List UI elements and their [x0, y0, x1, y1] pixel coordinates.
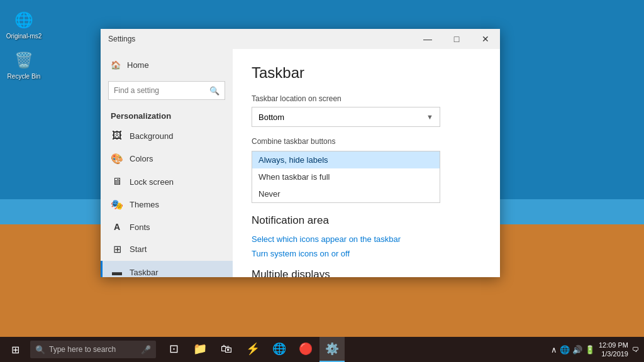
taskbar-search-text: Type here to search: [49, 345, 116, 354]
multiple-displays-heading: Multiple displays: [252, 268, 481, 277]
content-area: Taskbar Taskbar location on screen Botto…: [233, 49, 500, 277]
combine-option-never[interactable]: Never: [252, 185, 440, 202]
microphone-icon: 🎤: [141, 345, 151, 354]
network-icon[interactable]: 🌐: [560, 345, 570, 354]
combine-option-always[interactable]: Always, hide labels: [252, 151, 440, 168]
page-title: Taskbar: [252, 64, 481, 82]
home-label: Home: [127, 60, 149, 70]
location-label: Taskbar location on screen: [252, 94, 481, 103]
sidebar: 🏠 Home 🔍 Personalization 🖼 Background 🎨 …: [101, 49, 233, 277]
desktop-icon-original[interactable]: 🌐 Original-ms2: [5, 9, 43, 40]
file-explorer-button[interactable]: 📁: [187, 337, 213, 362]
sidebar-item-themes[interactable]: 🎭 Themes: [101, 193, 233, 216]
combine-label: Combine taskbar buttons: [252, 137, 481, 146]
action-center-icon[interactable]: 🗨: [632, 346, 639, 353]
sidebar-item-start-label: Start: [130, 244, 147, 254]
themes-icon: 🎭: [111, 199, 123, 211]
window-titlebar: Settings — □ ✕: [101, 29, 500, 49]
multiple-displays-section: Multiple displays Show taskbar on all di…: [252, 268, 481, 277]
settings-app-button[interactable]: ⚙️: [319, 337, 345, 362]
recycle-bin-label: Recycle Bin: [8, 73, 41, 80]
start-button[interactable]: ⊞: [0, 337, 30, 362]
close-button[interactable]: ✕: [471, 29, 500, 49]
sidebar-item-taskbar[interactable]: ▬ Taskbar: [101, 261, 233, 277]
battery-icon[interactable]: 🔋: [585, 345, 595, 354]
app2-button[interactable]: 🔴: [293, 337, 318, 362]
maximize-button[interactable]: □: [442, 29, 471, 49]
settings-window: Settings — □ ✕ 🏠 Home 🔍 Personalization …: [101, 29, 500, 277]
sidebar-item-fonts-label: Fonts: [130, 222, 150, 232]
taskview-button[interactable]: ⊡: [161, 337, 186, 362]
search-box[interactable]: 🔍: [108, 81, 225, 100]
sidebar-item-colors[interactable]: 🎨 Colors: [101, 147, 233, 170]
sidebar-item-lockscreen-label: Lock screen: [130, 177, 174, 187]
clock-time: 12:09 PM: [599, 341, 628, 349]
notification-heading: Notification area: [252, 214, 481, 227]
start-icon: ⊞: [111, 243, 123, 255]
link-taskbar-icons[interactable]: Select which icons appear on the taskbar: [252, 234, 481, 244]
search-input[interactable]: [114, 86, 209, 95]
chevron-down-icon: ▼: [426, 113, 433, 121]
combine-list: Always, hide labels When taskbar is full…: [252, 151, 440, 203]
system-tray-icons: ∧ 🌐 🔊 🔋: [551, 345, 595, 354]
sidebar-item-lockscreen[interactable]: 🖥 Lock screen: [101, 170, 233, 193]
sidebar-home[interactable]: 🏠 Home: [101, 54, 233, 76]
desktop-icon-label: Original-ms2: [6, 33, 42, 40]
minimize-button[interactable]: —: [413, 29, 442, 49]
colors-icon: 🎨: [111, 153, 123, 165]
browser-button[interactable]: 🌐: [267, 337, 292, 362]
taskbar-icon: ▬: [111, 266, 123, 277]
original-icon: 🌐: [13, 9, 35, 31]
chevron-up-icon[interactable]: ∧: [551, 345, 557, 354]
sidebar-section-label: Personalization: [101, 105, 233, 124]
link-system-icons[interactable]: Turn system icons on or off: [252, 249, 481, 258]
sidebar-item-start[interactable]: ⊞ Start: [101, 238, 233, 261]
recycle-bin-icon: 🗑️: [13, 49, 35, 72]
taskbar-search-icon: 🔍: [35, 345, 45, 354]
window-controls: — □ ✕: [413, 29, 500, 49]
sidebar-item-fonts[interactable]: A Fonts: [101, 216, 233, 238]
taskbar-right: ∧ 🌐 🔊 🔋 12:09 PM 1/3/2019 🗨: [551, 341, 644, 359]
store-button[interactable]: 🛍: [214, 337, 239, 362]
volume-icon[interactable]: 🔊: [572, 345, 582, 354]
location-dropdown[interactable]: Bottom ▼: [252, 107, 440, 127]
fonts-icon: A: [111, 222, 123, 232]
desktop-icon-recycle[interactable]: 🗑️ Recycle Bin: [5, 49, 43, 80]
sidebar-item-themes-label: Themes: [130, 200, 159, 209]
sidebar-item-colors-label: Colors: [130, 154, 153, 163]
location-dropdown-value: Bottom: [258, 112, 284, 122]
sidebar-item-background-label: Background: [130, 131, 173, 141]
window-body: 🏠 Home 🔍 Personalization 🖼 Background 🎨 …: [101, 49, 500, 277]
taskbar-search[interactable]: 🔍 Type here to search 🎤: [30, 341, 156, 358]
lockscreen-icon: 🖥: [111, 176, 123, 187]
combine-option-when-full[interactable]: When taskbar is full: [252, 168, 440, 185]
system-clock[interactable]: 12:09 PM 1/3/2019: [599, 341, 628, 359]
app1-button[interactable]: ⚡: [240, 337, 265, 362]
home-icon: 🏠: [111, 60, 121, 70]
background-icon: 🖼: [111, 130, 123, 141]
sidebar-item-taskbar-label: Taskbar: [130, 268, 158, 277]
taskbar: ⊞ 🔍 Type here to search 🎤 ⊡ 📁 🛍 ⚡ 🌐 🔴 ⚙️…: [0, 337, 644, 362]
window-title: Settings: [108, 35, 413, 43]
search-icon: 🔍: [209, 86, 219, 96]
clock-date: 1/3/2019: [599, 349, 628, 358]
sidebar-item-background[interactable]: 🖼 Background: [101, 124, 233, 147]
taskbar-apps: ⊡ 📁 🛍 ⚡ 🌐 🔴 ⚙️: [161, 337, 345, 362]
